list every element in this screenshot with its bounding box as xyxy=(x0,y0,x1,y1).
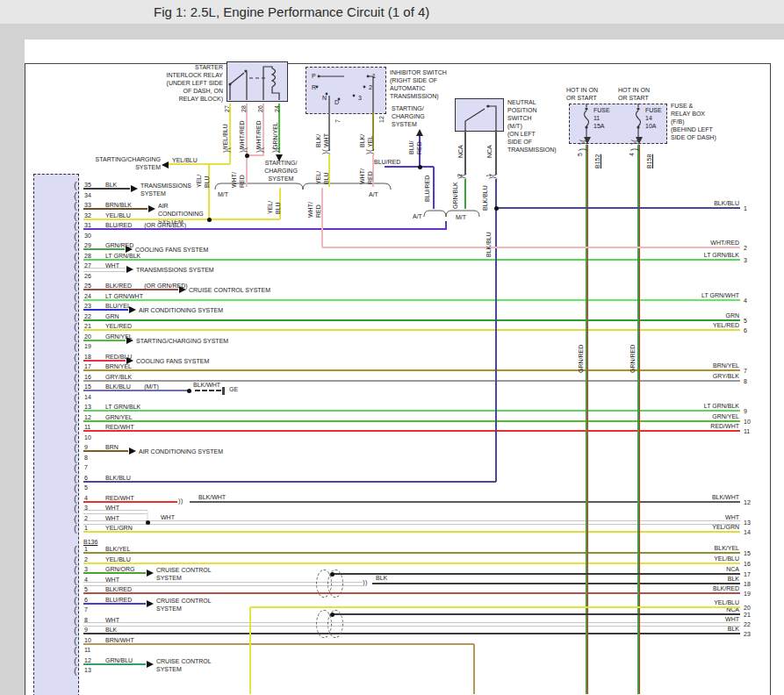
vlabel-relay-pin-27: 27 xyxy=(223,105,231,112)
vlabel-inhib-pin-7: 7 xyxy=(334,119,342,123)
pin-bracket-4: ( xyxy=(74,495,77,503)
wire-4 xyxy=(83,501,177,503)
left-pin-number-8: 8 xyxy=(84,454,88,462)
h-whtred-merge xyxy=(247,154,264,156)
pin-bracket-27: ( xyxy=(74,262,77,270)
vlabel-inhib-blkwht: BLK/ WHT xyxy=(314,133,330,147)
pin-bracket-12: ( xyxy=(74,414,77,422)
h-blured xyxy=(385,166,434,168)
pin-bracket-35: ( xyxy=(74,182,77,190)
at-label-2: A/T xyxy=(413,212,422,220)
shield-ellipse-3 xyxy=(327,610,343,638)
wire-20 xyxy=(83,340,126,341)
inhibitor-position-N: N xyxy=(322,94,327,102)
h-shield2-drain xyxy=(332,613,740,615)
right-wire-name-9: LT GRN/BLK xyxy=(615,402,739,410)
wire-3 xyxy=(83,572,146,574)
vlabel-relay-whtred-1: WHT/RED xyxy=(238,120,246,149)
pin-bracket-11: ( xyxy=(74,424,77,432)
right-wire-name-12: BLK/WHT xyxy=(615,493,739,501)
wire-6 xyxy=(83,603,146,605)
pin-bracket-20: ( xyxy=(74,333,77,341)
right-wire-name-13: WHT xyxy=(615,513,739,521)
right-pin-number-14: 14 xyxy=(744,528,751,536)
right-pin-number-8: 8 xyxy=(744,377,747,385)
right-wire-name-14: YEL/GRN xyxy=(615,523,739,531)
vlabel-relay-pin-24: 24 xyxy=(273,105,281,112)
pin-bracket-17: ( xyxy=(74,363,77,371)
pin-bracket-10: ( xyxy=(74,434,77,442)
wire-35 xyxy=(83,188,130,190)
vlabel-blkblu-upper: BLK/BLU xyxy=(481,185,489,211)
arrow-27 xyxy=(126,266,133,273)
fuse-14-label: FUSE 14 10A xyxy=(645,106,662,130)
wire-32 xyxy=(83,219,280,220)
wire-21 xyxy=(83,329,740,331)
right-pin-number-6: 6 xyxy=(744,326,747,334)
vlabel-brace-whtred: WHT/ RED xyxy=(306,202,322,218)
right-pin-number-23: 23 xyxy=(744,630,751,638)
vlabel-nca-1: NCA xyxy=(486,145,493,158)
arrow-6 xyxy=(147,600,154,607)
fuse-bracket-4: ( xyxy=(631,148,639,151)
left-pin-number-19: 19 xyxy=(84,342,91,350)
blk-label-shield: BLK xyxy=(376,574,387,582)
inhibitor-position-D: D xyxy=(334,98,339,106)
v-blured-row31 xyxy=(445,221,447,230)
v-brnwht-bottom xyxy=(473,644,475,694)
left-pin-number-26: 26 xyxy=(84,272,91,280)
system-label-18: COOLING FANS SYSTEM xyxy=(136,357,209,365)
pin-bracket-29: ( xyxy=(74,242,77,250)
right-pin-number-18: 18 xyxy=(744,580,751,588)
right-wire-name-6: YEL/RED xyxy=(615,321,739,329)
right-pin-number-10: 10 xyxy=(744,418,751,426)
junction-dot xyxy=(418,165,422,169)
wire-23 xyxy=(83,309,128,311)
wire-5 xyxy=(83,592,740,594)
arrow-25 xyxy=(179,286,186,293)
at-mt-brace-2 xyxy=(424,207,479,219)
wire-9 xyxy=(83,450,128,452)
vlabel-grnred-2: GRN/RED xyxy=(629,345,637,373)
system-label-25: CRUISE CONTROL SYSTEM xyxy=(189,286,270,294)
vlabel-nca-2: NCA xyxy=(457,145,464,158)
vlabel-relay-whtred-2: WHT/RED xyxy=(255,120,263,149)
fuse-box-label: FUSE & RELAY BOX (F/B) (BEHIND LEFT SIDE… xyxy=(671,102,716,141)
h-whtred-pin2 xyxy=(322,247,740,248)
left-pin-number-34: 34 xyxy=(84,191,91,199)
wire-29 xyxy=(83,248,125,250)
system-label-20: STARTING/CHARGING SYSTEM xyxy=(136,337,228,345)
system-label-35: TRANSMISSIONS SYSTEM xyxy=(140,182,191,197)
arrow-starting-charging-left xyxy=(162,161,169,168)
pin-bracket-19: ( xyxy=(74,343,77,351)
vlabel-fuse-pin-5: 5 xyxy=(576,153,584,156)
wire-31 xyxy=(83,228,446,230)
arrow-33 xyxy=(148,205,155,212)
vlabel-yelblu-lower: YEL/ BLU xyxy=(195,175,211,188)
vlabel-inhib-yelblu: YEL/ BLU xyxy=(314,171,330,184)
pin-bracket-10: ( xyxy=(74,637,77,645)
pin-bracket-7: ( xyxy=(74,606,77,614)
wire-connector-mark-8: )( xyxy=(579,140,588,145)
right-wire-name-16: YEL/BLU xyxy=(615,555,739,562)
pin-bracket-2: ( xyxy=(74,556,77,564)
pin-bracket-12: ( xyxy=(74,657,77,665)
pin-bracket-24: ( xyxy=(74,293,77,301)
wire-33 xyxy=(83,208,147,210)
right-pin-number-1: 1 xyxy=(744,204,747,212)
wiring-diagram-page: Fig 1: 2.5L, Engine Performance Circuit … xyxy=(0,0,784,695)
arrow-12 xyxy=(147,661,154,668)
pin-bracket-18: ( xyxy=(74,354,77,362)
right-wire-name-11: RED/WHT xyxy=(615,422,739,430)
vlabel-brace-yelblu: YEL/ BLU xyxy=(266,201,282,214)
left-connector-box xyxy=(33,174,79,695)
right-wire-name-15: BLK/YEL xyxy=(615,544,739,552)
pin-bracket-3: ( xyxy=(74,566,77,574)
vlabel-conn-b158: B158 xyxy=(645,154,653,168)
wire-1 xyxy=(83,531,740,533)
pin-bracket-7: ( xyxy=(74,464,77,472)
pin-bracket-4: ( xyxy=(74,577,77,584)
pin-bracket-15: ( xyxy=(74,383,77,391)
left-pin-number-14: 14 xyxy=(84,393,91,401)
starting-charging-label-3: STARTING/ CHARGING SYSTEM xyxy=(392,104,425,128)
